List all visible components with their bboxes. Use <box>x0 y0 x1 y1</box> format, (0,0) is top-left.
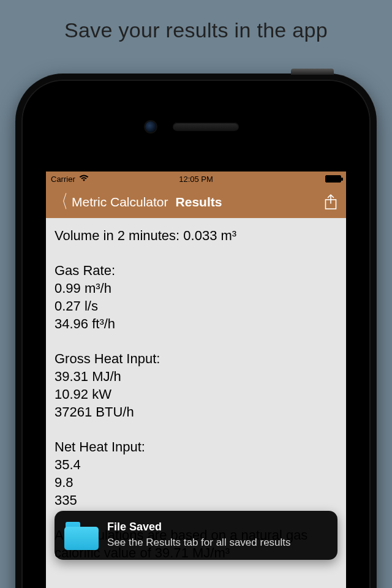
gross-heat-heading: Gross Heat Input: <box>55 350 337 368</box>
gas-rate-heading: Gas Rate: <box>55 262 337 279</box>
front-camera <box>145 121 156 132</box>
net-heat-line: 335 <box>55 491 337 509</box>
nav-bar: 〈 Metric Calculator Results <box>46 186 346 218</box>
page-title: Results <box>176 195 222 209</box>
phone-frame: Carrier 12:05 PM 〈 Metric Calculator Res… <box>15 74 377 588</box>
gross-heat-line: 37261 BTU/h <box>55 403 337 421</box>
gas-rate-line: 0.27 l/s <box>55 297 337 315</box>
net-heat-line: 35.4 <box>55 456 337 473</box>
share-button[interactable] <box>324 194 337 210</box>
file-saved-toast[interactable]: File Saved See the Results tab for all s… <box>55 511 337 560</box>
net-heat-heading: Net Heat Input: <box>55 438 337 456</box>
toast-body: See the Results tab for all saved result… <box>107 536 291 549</box>
earpiece-speaker <box>173 123 239 131</box>
clock-label: 12:05 PM <box>46 175 346 184</box>
share-icon <box>324 194 337 210</box>
gross-heat-line: 10.92 kW <box>55 385 337 403</box>
back-label: Metric Calculator <box>72 195 168 209</box>
gas-rate-line: 34.96 ft³/h <box>55 315 337 333</box>
toast-title: File Saved <box>107 521 291 533</box>
status-bar: Carrier 12:05 PM <box>46 172 346 186</box>
power-button <box>291 69 334 75</box>
phone-screen: Carrier 12:05 PM 〈 Metric Calculator Res… <box>46 172 346 588</box>
promo-title: Save your results in the app <box>0 0 392 42</box>
gross-heat-line: 39.31 MJ/h <box>55 368 337 385</box>
volume-line: Volume in 2 minutes: 0.033 m³ <box>55 227 337 244</box>
back-button[interactable]: 〈 Metric Calculator <box>52 195 168 209</box>
battery-icon <box>325 175 341 183</box>
net-heat-line: 9.8 <box>55 473 337 491</box>
gas-rate-line: 0.99 m³/h <box>55 279 337 297</box>
folder-icon <box>64 522 99 550</box>
